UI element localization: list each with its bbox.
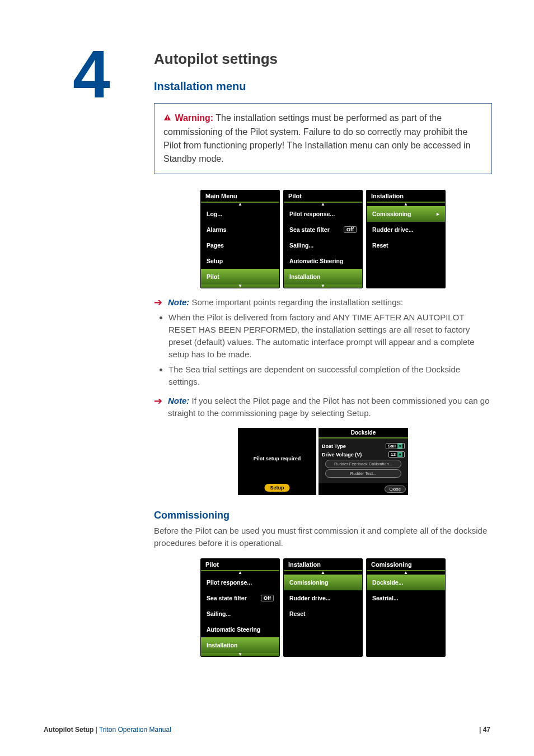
boat-type-value: Sail: [388, 444, 396, 449]
menu-trio-bottom: Pilot ▲ Pilot response...Sea state filte…: [154, 558, 492, 657]
scroll-down-icon: ▼: [201, 653, 279, 656]
boat-type-select[interactable]: Sail▾: [386, 443, 405, 449]
menu-installation-title: Installation: [371, 193, 404, 199]
menu-pilot-b-title: Pilot: [205, 561, 219, 568]
scroll-down-icon: ▼: [284, 284, 362, 288]
menu-item[interactable]: Pilot: [201, 269, 279, 284]
menu-item[interactable]: Sailing...: [201, 606, 279, 622]
section-commissioning: Commissioning: [154, 510, 492, 521]
dockside-figure: Pilot setup required Setup Dockside Boat…: [154, 428, 492, 495]
menu-commissioning-b: Comissioning ▲ Dockside...Seatrial...: [366, 558, 446, 657]
drive-voltage-value: 12: [391, 452, 396, 457]
chevron-down-icon: ▾: [397, 444, 402, 449]
menu-item[interactable]: Seatrial...: [367, 590, 445, 606]
menu-item[interactable]: Alarms: [201, 222, 279, 237]
svg-rect-0: [167, 116, 167, 119]
footer-manual: Triton Operation Manual: [99, 726, 171, 734]
menu-item-value: Off: [344, 226, 357, 233]
warning-icon: [163, 112, 171, 125]
menu-item[interactable]: Comissioning: [284, 575, 362, 590]
pilot-setup-required-screen: Pilot setup required Setup: [238, 428, 316, 495]
chevron-right-icon: ▸: [437, 211, 439, 217]
dockside-dialog: Dockside Boat Type Sail▾ Drive Voltage (…: [318, 428, 408, 495]
menu-item[interactable]: Sea state filterOff: [284, 222, 362, 237]
menu-item[interactable]: Installation: [201, 637, 279, 653]
arrow-right-icon: ➔: [154, 395, 162, 408]
menu-item[interactable]: Pilot response...: [284, 206, 362, 222]
menu-item[interactable]: Setup: [201, 253, 279, 269]
footer-page: | 47: [479, 726, 490, 734]
menu-item[interactable]: Automatic Steering: [284, 253, 362, 269]
svg-rect-1: [167, 119, 167, 119]
menu-installation-b-title: Installation: [288, 561, 321, 568]
page-footer: Autopilot Setup | Triton Operation Manua…: [0, 726, 534, 734]
page-title: Autopilot settings: [154, 50, 492, 68]
menu-installation: Installation ▲ Comissioning▸Rudder drive…: [366, 190, 446, 288]
note-label: Note:: [168, 297, 189, 307]
menu-item[interactable]: Installation: [284, 269, 362, 284]
note-label: Note:: [168, 396, 189, 405]
menu-item[interactable]: Dockside...: [367, 575, 445, 590]
menu-item[interactable]: Log...: [201, 206, 279, 222]
rudder-calibration-button[interactable]: Rudder Feedback Calibration...: [325, 460, 401, 468]
menu-item[interactable]: Reset: [284, 606, 362, 622]
menu-item[interactable]: Comissioning▸: [367, 206, 445, 222]
pilot-setup-msg: Pilot setup required: [238, 456, 316, 461]
setup-button[interactable]: Setup: [264, 484, 289, 492]
warning-label: Warning:: [175, 113, 213, 123]
boat-type-label: Boat Type: [322, 444, 346, 449]
commissioning-para: Before the Pilot can be used you must fi…: [154, 525, 492, 549]
chevron-down-icon: ▾: [397, 452, 402, 457]
drive-voltage-label: Drive Voltage (V): [322, 452, 362, 458]
warning-box: Warning: The installation settings must …: [154, 103, 492, 174]
rudder-test-button[interactable]: Rudder Test...: [325, 469, 401, 478]
menu-item[interactable]: Sailing...: [284, 237, 362, 253]
menu-item[interactable]: Sea state filterOff: [201, 590, 279, 606]
dockside-dialog-title: Dockside: [318, 428, 408, 438]
menu-item[interactable]: Reset: [367, 237, 445, 253]
menu-main: Main Menu ▲ Log...AlarmsPagesSetupPilot …: [200, 190, 280, 288]
arrow-right-icon: ➔: [154, 296, 162, 309]
list-item: When the Pilot is delivered from factory…: [168, 311, 492, 360]
menu-pilot-b: Pilot ▲ Pilot response...Sea state filte…: [200, 558, 280, 657]
menu-item[interactable]: Automatic Steering: [201, 622, 279, 637]
chapter-number: 4: [73, 40, 110, 108]
menu-main-title: Main Menu: [205, 193, 237, 199]
menu-item[interactable]: Rudder drive...: [367, 222, 445, 237]
scroll-down-icon: ▼: [201, 284, 279, 288]
menu-item[interactable]: Pilot response...: [201, 575, 279, 590]
menu-item-value: Off: [261, 595, 274, 601]
close-button[interactable]: Close: [385, 486, 406, 493]
menu-pilot-title: Pilot: [288, 193, 302, 199]
menu-installation-b: Installation ▲ ComissioningRudder drive.…: [283, 558, 363, 657]
menu-commissioning-b-title: Comissioning: [371, 561, 412, 568]
note-2: ➔ Note: If you select the Pilot page and…: [154, 395, 492, 419]
bullet-list: When the Pilot is delivered from factory…: [168, 311, 492, 388]
drive-voltage-select[interactable]: 12▾: [388, 451, 405, 458]
list-item: The Sea trial settings are dependent on …: [168, 363, 492, 388]
section-installation-menu: Installation menu: [154, 80, 492, 93]
footer-section: Autopilot Setup: [44, 726, 93, 734]
note-text: If you select the Pilot page and the Pil…: [168, 396, 490, 418]
menu-trio-top: Main Menu ▲ Log...AlarmsPagesSetupPilot …: [154, 190, 492, 288]
note-text: Some important points regarding the inst…: [192, 297, 404, 307]
menu-item[interactable]: Pages: [201, 237, 279, 253]
menu-pilot: Pilot ▲ Pilot response...Sea state filte…: [283, 190, 363, 288]
note-1: ➔ Note: Some important points regarding …: [154, 296, 492, 309]
menu-item[interactable]: Rudder drive...: [284, 590, 362, 606]
